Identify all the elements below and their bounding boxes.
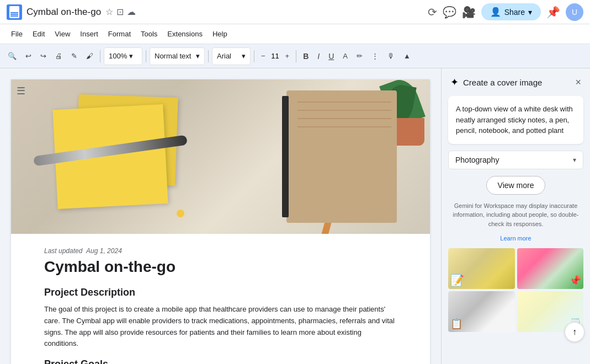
separator-3	[208, 50, 209, 62]
menu-help[interactable]: Help	[208, 28, 232, 40]
style-dropdown[interactable]: Normal text ▾	[150, 47, 205, 65]
font-value: Arial	[217, 52, 231, 60]
image-thumbnails-grid	[448, 248, 583, 332]
share-icon: 👤	[490, 7, 501, 17]
last-updated: Last updated Aug 1, 2024	[44, 247, 397, 255]
menu-edit[interactable]: Edit	[28, 28, 49, 40]
voice-input-btn[interactable]: 🎙	[384, 47, 398, 65]
scroll-up-button[interactable]: ↑	[565, 322, 584, 342]
thumbnail-2[interactable]	[517, 248, 584, 289]
share-chevron-icon: ▾	[528, 8, 532, 17]
font-chevron-icon: ▾	[242, 52, 246, 60]
menu-insert[interactable]: Insert	[76, 28, 103, 40]
style-chevron-icon: ▾	[196, 52, 200, 60]
folder-icon[interactable]: ⊡	[116, 7, 124, 17]
share-button[interactable]: 👤 Share ▾	[481, 3, 541, 20]
font-size-value: 11	[270, 52, 281, 60]
document-page: ☰ Last updated Aug 1, 2024 Cymbal on-the…	[11, 79, 430, 364]
menu-view[interactable]: View	[50, 28, 75, 40]
project-goals-heading: Project Goals	[44, 358, 397, 364]
right-panel: ✦ Create a cover image × A top-down view…	[441, 68, 590, 364]
italic-btn[interactable]: I	[314, 47, 323, 65]
title-icons: ☆ ⊡ ☁	[105, 7, 136, 17]
bold-btn[interactable]: B	[300, 47, 312, 65]
zoom-dropdown[interactable]: 100% ▾	[104, 47, 142, 65]
style-selector-dropdown[interactable]: Photography ▾	[448, 151, 583, 169]
document-cover-image: ☰	[11, 79, 430, 234]
history-icon[interactable]: ⟳	[428, 6, 437, 19]
text-color-btn[interactable]: A	[339, 47, 351, 65]
font-size-increase-btn[interactable]: +	[282, 47, 293, 65]
cloud-icon[interactable]: ☁	[127, 7, 136, 17]
panel-body: A top-down view of a white desk with nea…	[442, 96, 590, 339]
style-selector-label: Photography	[455, 156, 499, 164]
main-area: ☰ Last updated Aug 1, 2024 Cymbal on-the…	[0, 68, 590, 364]
disclaimer-text: Gemini for Workspace may display inaccur…	[448, 201, 583, 229]
separator-2	[146, 50, 146, 62]
panel-header: ✦ Create a cover image ×	[442, 68, 590, 96]
menu-format[interactable]: Format	[104, 28, 135, 40]
font-size-decrease-btn[interactable]: −	[258, 47, 269, 65]
toolbar: 🔍 ↩ ↪ 🖨 ✎ 🖌 100% ▾ Normal text ▾ Arial ▾…	[0, 44, 590, 68]
separator-5	[296, 50, 296, 62]
menu-bar: File Edit View Insert Format Tools Exten…	[0, 24, 590, 44]
zoom-value: 100%	[109, 52, 127, 60]
document-title: Cymbal on-the-go	[26, 7, 101, 18]
font-size-control: − 11 +	[258, 47, 293, 65]
thumbnail-1[interactable]	[448, 248, 515, 289]
last-updated-date: Aug 1, 2024	[86, 247, 122, 255]
view-more-button[interactable]: View more	[486, 176, 546, 195]
menu-file[interactable]: File	[7, 28, 27, 40]
notebook-spine	[282, 96, 289, 217]
separator-1	[100, 50, 100, 62]
document-area: ☰ Last updated Aug 1, 2024 Cymbal on-the…	[0, 68, 441, 364]
style-value: Normal text	[155, 52, 191, 60]
top-bar-left: Cymbal on-the-go ☆ ⊡ ☁	[7, 4, 136, 20]
doc-app-icon	[7, 4, 22, 20]
desk-image	[11, 79, 430, 234]
spellcheck-btn[interactable]: ✎	[68, 47, 81, 65]
pin-icon[interactable]: 📌	[546, 6, 560, 19]
panel-title: Create a cover image	[463, 78, 542, 87]
font-dropdown[interactable]: Arial ▾	[212, 47, 251, 65]
list-icon[interactable]: ☰	[17, 85, 25, 97]
more-options-btn[interactable]: ⋮	[368, 47, 382, 65]
panel-close-button[interactable]: ×	[575, 77, 581, 88]
redo-btn[interactable]: ↪	[37, 47, 50, 65]
panel-footer: ↑	[442, 339, 590, 347]
learn-more-link[interactable]: Learn more	[448, 235, 583, 242]
style-chevron-down-icon: ▾	[573, 156, 576, 164]
scroll-up-icon: ↑	[572, 327, 577, 337]
project-description-body: The goal of this project is to create a …	[44, 304, 397, 350]
separator-4	[254, 50, 254, 62]
document-content: Last updated Aug 1, 2024 Cymbal on-the-g…	[11, 234, 430, 364]
prompt-text: A top-down view of a white desk with nea…	[456, 105, 573, 135]
last-updated-label: Last updated	[44, 247, 82, 255]
highlight-btn[interactable]: ✏	[353, 47, 366, 65]
prompt-box[interactable]: A top-down view of a white desk with nea…	[448, 96, 583, 144]
undo-btn[interactable]: ↩	[22, 47, 35, 65]
zoom-chevron-icon: ▾	[129, 52, 133, 60]
panel-header-left: ✦ Create a cover image	[450, 76, 542, 88]
top-bar: Cymbal on-the-go ☆ ⊡ ☁ ⟳ 💬 🎥 👤 Share ▾ 📌…	[0, 0, 590, 24]
share-label: Share	[504, 8, 525, 17]
print-btn[interactable]: 🖨	[52, 47, 66, 65]
collapse-btn[interactable]: ▲	[400, 47, 414, 65]
notebook	[286, 90, 397, 223]
video-icon[interactable]: 🎥	[462, 6, 476, 19]
star-icon[interactable]: ☆	[105, 7, 113, 17]
notebook-lines	[297, 101, 391, 103]
thumbnail-3[interactable]	[448, 291, 515, 332]
underline-btn[interactable]: U	[325, 47, 337, 65]
avatar[interactable]: U	[566, 3, 583, 21]
menu-tools[interactable]: Tools	[136, 28, 162, 40]
gemini-icon: ✦	[450, 76, 459, 88]
menu-extensions[interactable]: Extensions	[163, 28, 207, 40]
paint-format-btn[interactable]: 🖌	[83, 47, 97, 65]
doc-icon-inner	[9, 6, 19, 18]
comment-icon[interactable]: 💬	[443, 6, 456, 19]
document-main-title: Cymbal on-the-go	[44, 258, 397, 276]
search-toolbar-btn[interactable]: 🔍	[4, 47, 20, 65]
pushpin	[177, 210, 184, 217]
top-bar-right: ⟳ 💬 🎥 👤 Share ▾ 📌 U	[428, 3, 583, 21]
